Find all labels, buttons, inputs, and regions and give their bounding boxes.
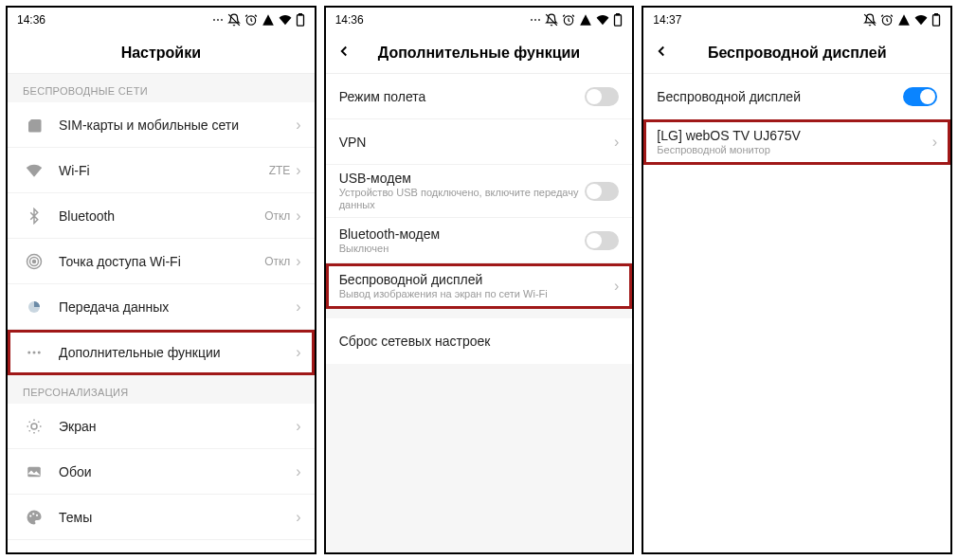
sublabel: Выключен [339, 243, 586, 255]
sublabel: Вывод изображения на экран по сети Wi-Fi [339, 288, 614, 300]
row-bluetooth[interactable]: Bluetooth Откл › [8, 193, 315, 239]
svg-point-11 [31, 424, 37, 429]
label: SIM-карты и мобильные сети [59, 117, 296, 133]
row-wallpaper[interactable]: Обои › [8, 449, 315, 495]
value: ZTE [269, 164, 291, 177]
status-bar: 14:36 ⋯ [326, 8, 633, 32]
toggle-bt[interactable] [585, 231, 619, 250]
value: Откл [264, 255, 290, 268]
hotspot-icon [21, 253, 47, 270]
more-icon: ⋯ [530, 13, 541, 27]
alarm-icon [244, 13, 258, 27]
status-bar: 14:36 ⋯ [8, 8, 315, 32]
label: Обои [59, 464, 296, 479]
label: Беспроводной дисплей [339, 272, 614, 287]
chevron-right-icon: › [296, 344, 300, 361]
label: Точка доступа Wi-Fi [59, 254, 264, 269]
data-usage-icon [21, 298, 47, 316]
row-wifi[interactable]: Wi-Fi ZTE › [8, 148, 315, 193]
signal-icon [262, 13, 275, 27]
label: Сброс сетевых настроек [339, 334, 620, 349]
row-sound[interactable]: Звук и вибрация › [8, 540, 315, 552]
status-icons: ⋯ [530, 13, 623, 27]
screen-settings: 14:36 ⋯ Настройки БЕСПРОВОДНЫЕ СЕТИ SIM-… [6, 6, 316, 554]
chevron-right-icon: › [614, 134, 619, 151]
wifi-icon [279, 13, 292, 27]
titlebar: Дополнительные функции [326, 32, 633, 74]
row-more-functions[interactable]: Дополнительные функции › [8, 330, 315, 375]
chevron-right-icon: › [614, 278, 619, 295]
bell-off-icon [227, 13, 241, 27]
wifi-icon [21, 162, 47, 179]
clock: 14:36 [17, 13, 45, 27]
row-display[interactable]: Экран › [8, 404, 315, 449]
svg-point-8 [27, 352, 30, 354]
alarm-icon [880, 13, 894, 27]
status-icons: ⋯ [212, 13, 305, 27]
page-title: Беспроводной дисплей [708, 45, 887, 62]
section-wireless: БЕСПРОВОДНЫЕ СЕТИ [8, 74, 315, 102]
row-themes[interactable]: Темы › [8, 495, 315, 540]
svg-rect-18 [615, 15, 622, 26]
content: Режим полета VPN › USB-модем Устройство … [326, 74, 633, 552]
page-title: Дополнительные функции [378, 45, 580, 62]
content: Беспроводной дисплей [LG] webOS TV UJ675… [643, 74, 950, 552]
row-airplane[interactable]: Режим полета [326, 74, 633, 119]
svg-rect-2 [297, 15, 303, 26]
chevron-right-icon: › [296, 208, 300, 225]
label: Wi-Fi [59, 163, 269, 178]
sublabel: Беспроводной монитор [657, 144, 931, 156]
value: Откл [264, 209, 290, 223]
row-sim[interactable]: SIM-карты и мобильные сети › [8, 102, 315, 148]
wifi-icon [596, 13, 609, 27]
toggle-cast[interactable] [903, 87, 937, 106]
row-data[interactable]: Передача данных › [8, 284, 315, 330]
svg-point-4 [33, 260, 36, 262]
screen-wireless-display: 14:37 Беспроводной дисплей Беспроводной … [642, 6, 952, 554]
label: Передача данных [59, 299, 296, 315]
back-button[interactable] [335, 43, 352, 63]
toggle-usb[interactable] [585, 182, 619, 201]
wifi-icon [914, 13, 928, 27]
palette-icon [21, 509, 47, 526]
label: Экран [59, 419, 296, 434]
chevron-right-icon: › [296, 117, 300, 134]
svg-point-15 [36, 514, 38, 515]
chevron-right-icon: › [296, 463, 300, 480]
content: БЕСПРОВОДНЫЕ СЕТИ SIM-карты и мобильные … [8, 74, 315, 552]
label: Режим полета [339, 89, 586, 104]
image-icon [21, 463, 47, 480]
row-cast-toggle[interactable]: Беспроводной дисплей [643, 74, 950, 119]
label: [LG] webOS TV UJ675V [657, 128, 931, 143]
clock: 14:37 [653, 13, 681, 27]
svg-point-9 [33, 352, 36, 354]
row-bt-modem[interactable]: Bluetooth-модем Выключен [326, 218, 633, 263]
row-wireless-display[interactable]: Беспроводной дисплей Вывод изображения н… [326, 263, 633, 309]
battery-icon [613, 13, 623, 27]
toggle-airplane[interactable] [585, 87, 619, 106]
back-button[interactable] [653, 43, 670, 63]
section-personalization: ПЕРСОНАЛИЗАЦИЯ [8, 375, 315, 404]
screen-more-functions: 14:36 ⋯ Дополнительные функции Режим пол… [324, 6, 635, 554]
clock: 14:36 [335, 13, 364, 27]
label: Беспроводной дисплей [657, 89, 903, 104]
bell-off-icon [863, 13, 877, 27]
row-usb-modem[interactable]: USB-модем Устройство USB подключено, вкл… [326, 165, 633, 218]
label: Темы [59, 510, 296, 525]
label: Дополнительные функции [59, 345, 296, 360]
row-reset-network[interactable]: Сброс сетевых настроек [326, 318, 633, 364]
chevron-right-icon: › [932, 134, 937, 151]
chevron-right-icon: › [296, 162, 300, 179]
row-hotspot[interactable]: Точка доступа Wi-Fi Откл › [8, 239, 315, 284]
page-title: Настройки [121, 45, 201, 62]
svg-rect-12 [27, 466, 41, 477]
titlebar: Настройки [8, 32, 315, 74]
svg-point-10 [38, 352, 41, 354]
row-device-lg-tv[interactable]: [LG] webOS TV UJ675V Беспроводной монито… [643, 119, 950, 165]
status-icons [863, 13, 941, 27]
label: USB-модем [339, 171, 586, 186]
row-vpn[interactable]: VPN › [326, 119, 633, 165]
status-bar: 14:37 [643, 8, 950, 32]
signal-icon [579, 13, 592, 27]
brightness-icon [21, 418, 47, 435]
